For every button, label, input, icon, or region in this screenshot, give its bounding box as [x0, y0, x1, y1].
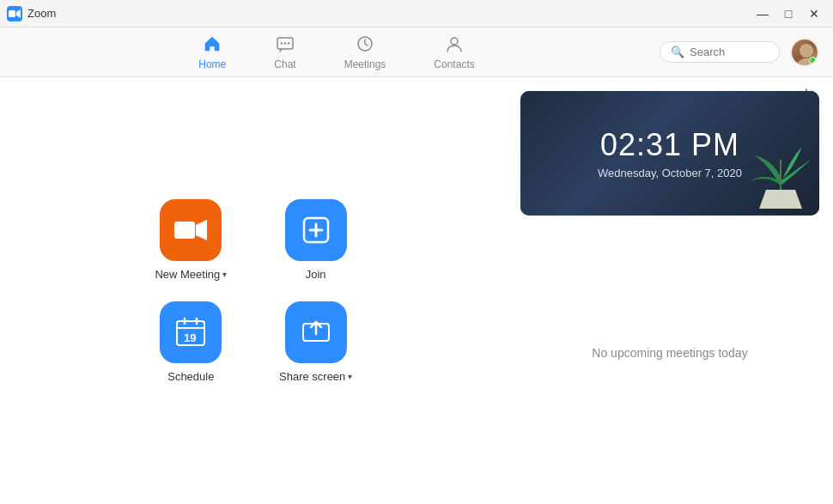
video-camera-icon [174, 218, 207, 242]
tab-home[interactable]: Home [192, 31, 233, 74]
new-meeting-dropdown-arrow: ▾ [222, 270, 227, 279]
tab-contacts[interactable]: Contacts [427, 31, 481, 74]
right-panel: 02:31 PM Wednesday, October 7, 2020 No u… [507, 77, 833, 504]
search-icon: 🔍 [671, 46, 684, 58]
no-meetings-section: No upcoming meetings today [520, 216, 819, 490]
svg-marker-1 [16, 9, 21, 18]
online-indicator [809, 57, 817, 64]
app-title: Zoom [27, 7, 56, 20]
tab-contacts-label: Contacts [434, 58, 474, 70]
share-screen-label: Share screen ▾ [279, 370, 352, 383]
avatar[interactable] [790, 38, 819, 67]
calendar-icon: 19 [174, 316, 207, 349]
svg-marker-12 [196, 220, 207, 240]
svg-point-3 [281, 42, 283, 44]
new-meeting-label: New Meeting ▾ [155, 268, 227, 281]
join-label: Join [306, 268, 326, 281]
chat-icon [276, 34, 295, 56]
home-icon [203, 34, 222, 56]
schedule-label: Schedule [167, 370, 214, 383]
new-meeting-button[interactable] [160, 199, 222, 261]
close-button[interactable]: ✕ [802, 4, 826, 23]
share-screen-dropdown-arrow: ▾ [348, 372, 352, 381]
join-item: Join [285, 199, 347, 281]
zoom-logo [7, 6, 22, 21]
meeting-date: Wednesday, October 7, 2020 [598, 167, 742, 179]
share-screen-item: Share screen ▾ [279, 301, 352, 383]
join-button[interactable] [285, 199, 347, 261]
new-meeting-item: New Meeting ▾ [155, 199, 227, 281]
left-panel: New Meeting ▾ Join [0, 77, 507, 504]
search-bar[interactable]: 🔍 [660, 41, 780, 63]
svg-rect-0 [9, 10, 15, 17]
tab-meetings[interactable]: Meetings [337, 31, 393, 74]
share-screen-icon [301, 317, 331, 348]
svg-text:19: 19 [184, 331, 196, 344]
meeting-card: 02:31 PM Wednesday, October 7, 2020 [520, 91, 819, 216]
no-meetings-text: No upcoming meetings today [592, 346, 747, 360]
maximize-button[interactable]: □ [776, 4, 800, 23]
contacts-icon [445, 34, 464, 56]
plant-decoration [742, 112, 819, 216]
tab-home-label: Home [198, 58, 226, 70]
schedule-item: 19 Schedule [160, 301, 222, 383]
tab-chat[interactable]: Chat [267, 31, 302, 74]
nav-tabs: Home Chat Meeting [14, 31, 660, 74]
join-icon [301, 215, 331, 246]
nav-bar: Home Chat Meeting [0, 27, 833, 77]
svg-point-8 [800, 44, 813, 58]
meeting-time: 02:31 PM [600, 127, 739, 163]
schedule-button[interactable]: 19 [160, 301, 222, 363]
search-input[interactable] [690, 46, 775, 58]
tab-meetings-label: Meetings [344, 58, 386, 70]
svg-point-7 [451, 38, 458, 45]
title-bar-left: Zoom [7, 6, 56, 21]
svg-rect-11 [174, 222, 195, 239]
share-screen-button[interactable] [285, 301, 347, 363]
svg-point-4 [284, 42, 286, 44]
svg-point-5 [288, 42, 289, 44]
title-bar: Zoom — □ ✕ [0, 0, 833, 27]
meetings-icon [356, 34, 374, 56]
action-grid: New Meeting ▾ Join [155, 199, 353, 383]
tab-chat-label: Chat [274, 58, 295, 70]
window-controls: — □ ✕ [751, 4, 826, 23]
minimize-button[interactable]: — [751, 4, 775, 23]
main-content: New Meeting ▾ Join [0, 77, 833, 504]
